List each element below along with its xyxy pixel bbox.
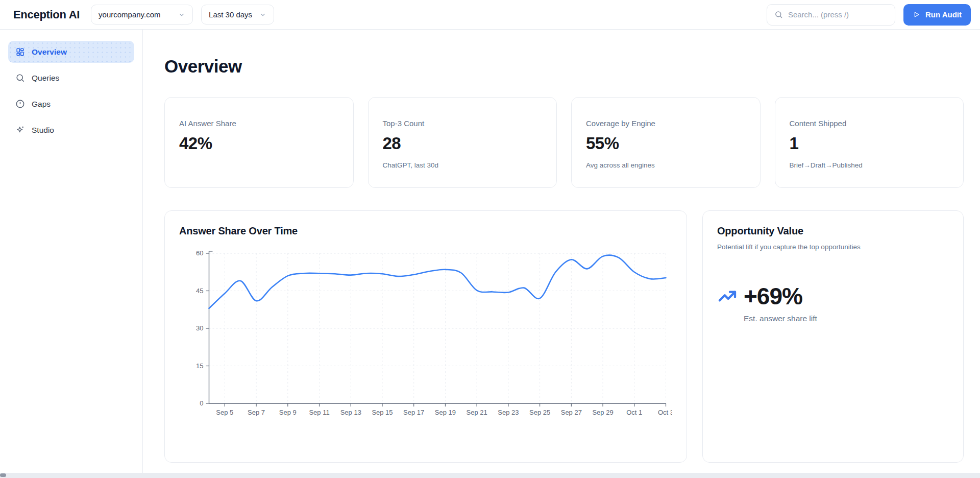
main-content: Overview AI Answer Share 42% Top-3 Count… bbox=[143, 30, 980, 473]
svg-text:Sep 27: Sep 27 bbox=[561, 409, 582, 416]
sidebar-item-studio[interactable]: Studio bbox=[8, 119, 134, 141]
stat-value: 28 bbox=[383, 134, 543, 153]
trending-up-icon bbox=[717, 286, 738, 306]
sidebar-item-overview[interactable]: Overview bbox=[8, 41, 134, 63]
app-window: Enception AI yourcompany.com Last 30 day… bbox=[0, 0, 980, 473]
stat-subtitle: Brief→Draft→Published bbox=[790, 161, 949, 169]
domain-selector-value: yourcompany.com bbox=[99, 10, 160, 19]
stat-label: Top-3 Count bbox=[383, 119, 543, 128]
sidebar-item-queries[interactable]: Queries bbox=[8, 67, 134, 89]
stat-subtitle: ChatGPT, last 30d bbox=[383, 161, 543, 169]
svg-text:Sep 11: Sep 11 bbox=[309, 409, 329, 416]
domain-selector[interactable]: yourcompany.com bbox=[91, 5, 193, 25]
run-audit-label: Run Audit bbox=[925, 10, 962, 19]
stat-card-content-shipped: Content Shipped 1 Brief→Draft→Published bbox=[775, 97, 964, 188]
search-box[interactable] bbox=[767, 4, 895, 26]
play-icon bbox=[913, 11, 920, 18]
svg-text:45: 45 bbox=[196, 287, 203, 295]
stats-row: AI Answer Share 42% Top-3 Count 28 ChatG… bbox=[164, 97, 964, 188]
sidebar-item-label: Studio bbox=[32, 126, 54, 135]
alert-circle-icon bbox=[15, 99, 25, 109]
svg-text:Sep 7: Sep 7 bbox=[248, 409, 265, 416]
chevron-down-icon bbox=[178, 11, 185, 18]
search-icon bbox=[15, 73, 25, 83]
sidebar-item-label: Gaps bbox=[32, 100, 51, 109]
brand-logo: Enception AI bbox=[9, 8, 83, 21]
run-audit-button[interactable]: Run Audit bbox=[903, 4, 971, 26]
opportunity-value-card: Opportunity Value Potential lift if you … bbox=[702, 210, 964, 463]
horizontal-scrollbar-thumb[interactable] bbox=[0, 473, 6, 477]
svg-text:Sep 23: Sep 23 bbox=[498, 409, 519, 416]
stat-card-ai-answer-share: AI Answer Share 42% bbox=[164, 97, 354, 188]
svg-text:30: 30 bbox=[196, 324, 203, 332]
dashboard-icon bbox=[15, 47, 25, 57]
stat-label: Content Shipped bbox=[790, 119, 949, 128]
opportunity-subtitle: Potential lift if you capture the top op… bbox=[717, 243, 949, 251]
chart-title: Answer Share Over Time bbox=[179, 225, 672, 237]
stat-subtitle: Avg across all engines bbox=[586, 161, 746, 169]
svg-text:Sep 21: Sep 21 bbox=[467, 409, 487, 416]
search-input[interactable] bbox=[788, 10, 888, 19]
page-title: Overview bbox=[164, 56, 964, 77]
charts-row: Answer Share Over Time 015304560Sep 5Sep… bbox=[164, 210, 964, 463]
sidebar-item-label: Overview bbox=[32, 47, 67, 57]
svg-text:15: 15 bbox=[196, 362, 203, 370]
svg-text:Sep 19: Sep 19 bbox=[435, 409, 456, 416]
svg-text:Oct 1: Oct 1 bbox=[626, 409, 642, 416]
svg-text:Sep 9: Sep 9 bbox=[279, 409, 297, 416]
svg-text:Sep 25: Sep 25 bbox=[529, 409, 550, 416]
sparkles-icon bbox=[15, 125, 25, 135]
search-icon bbox=[774, 10, 783, 19]
sidebar-item-gaps[interactable]: Gaps bbox=[8, 93, 134, 115]
date-range-value: Last 30 days bbox=[209, 10, 252, 19]
sidebar: Overview Queries Gaps Studio bbox=[0, 30, 143, 473]
svg-text:Oct 3: Oct 3 bbox=[658, 409, 672, 416]
topbar: Enception AI yourcompany.com Last 30 day… bbox=[0, 0, 980, 30]
svg-text:Sep 15: Sep 15 bbox=[372, 409, 393, 416]
date-range-selector[interactable]: Last 30 days bbox=[201, 5, 274, 25]
stat-card-top3-count: Top-3 Count 28 ChatGPT, last 30d bbox=[368, 97, 557, 188]
svg-text:Sep 29: Sep 29 bbox=[592, 409, 613, 416]
sidebar-item-label: Queries bbox=[32, 74, 59, 83]
stat-value: 42% bbox=[179, 134, 339, 153]
stat-value: 55% bbox=[586, 134, 746, 153]
opportunity-value: +69% bbox=[744, 282, 802, 310]
opportunity-caption: Est. answer share lift bbox=[744, 314, 949, 323]
svg-text:0: 0 bbox=[200, 399, 203, 407]
svg-text:60: 60 bbox=[196, 249, 203, 257]
answer-share-chart-card: Answer Share Over Time 015304560Sep 5Sep… bbox=[164, 210, 687, 463]
page-background-strip bbox=[0, 473, 980, 478]
chevron-down-icon bbox=[259, 11, 266, 18]
stat-value: 1 bbox=[790, 134, 949, 153]
opportunity-value-row: +69% bbox=[717, 282, 949, 310]
svg-text:Sep 17: Sep 17 bbox=[403, 409, 424, 416]
stat-label: AI Answer Share bbox=[179, 119, 339, 128]
opportunity-title: Opportunity Value bbox=[717, 225, 949, 237]
svg-text:Sep 13: Sep 13 bbox=[340, 409, 361, 416]
stat-label: Coverage by Engine bbox=[586, 119, 746, 128]
line-chart: 015304560Sep 5Sep 7Sep 9Sep 11Sep 13Sep … bbox=[179, 248, 672, 425]
svg-text:Sep 5: Sep 5 bbox=[216, 409, 233, 416]
stat-card-coverage-by-engine: Coverage by Engine 55% Avg across all en… bbox=[571, 97, 761, 188]
